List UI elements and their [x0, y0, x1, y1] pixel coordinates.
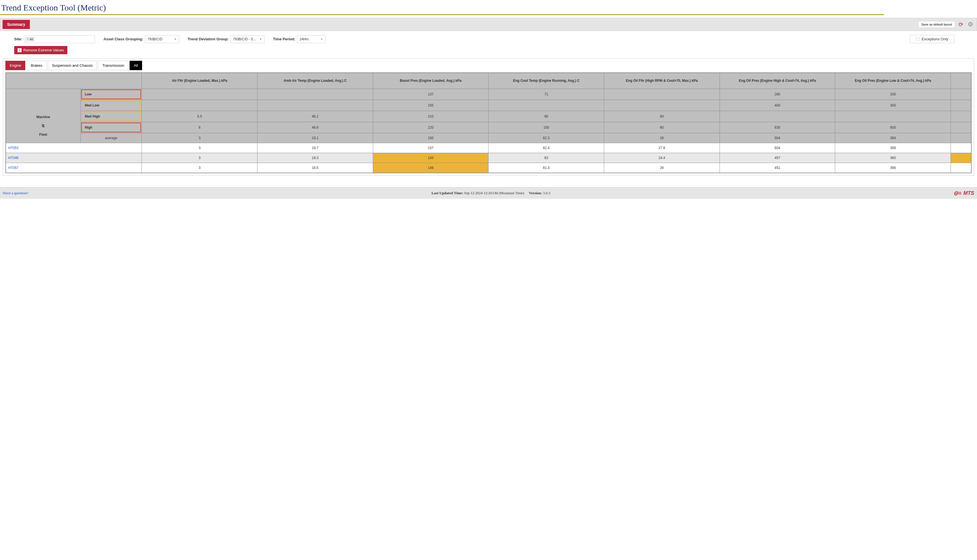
tab-suspension-and-chassis[interactable]: Suspension and Chassis: [48, 61, 97, 70]
cell-overflow: [951, 153, 971, 163]
refresh-button[interactable]: ⟳: [957, 20, 965, 28]
threshold-level: Low: [81, 89, 142, 100]
cell-overflow: [951, 89, 971, 100]
trend-dev-value: 793B/C/D - S…: [233, 37, 257, 41]
data-cell: 157: [373, 143, 489, 153]
asset-class-dropdown[interactable]: 793B/C/D▼: [145, 35, 179, 43]
data-cell: 143: [373, 153, 489, 163]
machine-cell: HT046: [6, 153, 142, 163]
exceptions-only-toggle[interactable]: Exceptions Only: [910, 35, 954, 43]
tab-transmission[interactable]: Transmission: [98, 61, 129, 70]
trend-dev-label: Trend Deviation Group:: [187, 37, 229, 41]
threshold-value: [604, 100, 720, 111]
data-cell: 82.4: [489, 143, 604, 153]
footer-center: Last Updated Time: Sep 12 2024 12:29AM (…: [431, 191, 550, 195]
threshold-value: 630: [720, 122, 835, 133]
data-cell: 3: [142, 153, 257, 163]
version-label: Version:: [529, 191, 542, 195]
tab-all[interactable]: All: [130, 61, 142, 70]
machine-header-cell: Machine⇅Fleet: [6, 89, 81, 143]
tab-brakes[interactable]: Brakes: [27, 61, 46, 70]
data-cell: 360: [835, 153, 951, 163]
machine-link[interactable]: HT053: [8, 146, 18, 150]
threshold-value: 280: [720, 89, 835, 100]
column-header[interactable]: Boost Pres (Engine Loaded, Avg.) kPa: [373, 73, 489, 89]
save-layout-button[interactable]: Save as default layout: [918, 21, 955, 28]
threshold-value: 71: [489, 89, 604, 100]
cell-overflow: [951, 163, 971, 173]
column-header[interactable]: Eng Oil Pres (Engine High & Cool>74, Avg…: [720, 73, 835, 89]
average-value: 504: [720, 133, 835, 143]
page-title: Trend Exception Tool (Metric): [0, 0, 977, 14]
summary-tab[interactable]: Summary: [3, 20, 30, 29]
checkbox-icon: [916, 37, 919, 41]
have-question-link[interactable]: Have a question?: [3, 191, 28, 195]
check-icon: ✓: [18, 48, 22, 52]
data-cell: 366: [835, 163, 951, 173]
average-value: 150: [373, 133, 489, 143]
tab-engine[interactable]: Engine: [5, 61, 25, 70]
settings-button[interactable]: ⚙: [967, 20, 974, 28]
main-panel: EngineBrakesSuspension and ChassisTransm…: [3, 58, 974, 176]
average-value: 19.1: [257, 133, 373, 143]
threshold-value: 100: [489, 122, 604, 133]
data-cell: 19.7: [257, 143, 373, 153]
site-label: Site:: [14, 37, 22, 41]
average-label: average: [81, 133, 142, 143]
version-value: 3.0.3: [543, 191, 550, 195]
trend-dev-dropdown[interactable]: 793B/C/D - S…▼: [230, 35, 265, 43]
footer: Have a question? Last Updated Time: Sep …: [0, 187, 977, 199]
threshold-value: 48.9: [257, 122, 373, 133]
brand: ⊝≡MTS: [954, 190, 974, 197]
corner-cell: [6, 73, 142, 89]
threshold-value: 300: [835, 100, 951, 111]
threshold-value: 220: [373, 122, 489, 133]
table-row: HT046319.31438324.4457360: [6, 153, 971, 163]
column-header[interactable]: Eng Cool Temp (Engine Running, Avg.) C: [489, 73, 604, 89]
average-value: 3: [142, 133, 257, 143]
machine-link[interactable]: HT057: [8, 166, 18, 170]
column-header[interactable]: Amb Air Temp (Engine Loaded, Avg.) C: [257, 73, 373, 89]
data-cell: 368: [835, 143, 951, 153]
data-cell: 451: [720, 163, 835, 173]
data-cell: 3: [142, 163, 257, 173]
table-row: HT053319.715782.427.6604368: [6, 143, 971, 153]
site-tag-all[interactable]: ✕All: [25, 37, 34, 42]
table-row: HT057318.514981.426451366: [6, 163, 971, 173]
column-header[interactable]: Eng Oil Pres (Engine Low & Cool>74, Avg.…: [835, 73, 951, 89]
threshold-value: 90: [489, 111, 604, 122]
column-header-overflow: [951, 73, 971, 89]
site-input[interactable]: ✕All: [24, 35, 95, 43]
threshold-value: 60: [604, 122, 720, 133]
machine-link[interactable]: HT046: [8, 156, 18, 160]
data-table: Air Fltr (Engine Loaded, Max.) kPaAmb Ai…: [6, 73, 971, 173]
machine-label: Machine: [8, 115, 79, 119]
machine-cell: HT053: [6, 143, 142, 153]
threshold-value: [835, 111, 951, 122]
chevron-down-icon: ▼: [174, 38, 177, 41]
column-header[interactable]: Eng Oil Fltr (High RPM & Cool>70, Max.) …: [604, 73, 720, 89]
remove-extreme-button[interactable]: ✓Remove Extreme Values: [14, 46, 67, 54]
data-cell: 81.4: [489, 163, 604, 173]
threshold-value: [142, 100, 257, 111]
time-period-dropdown[interactable]: 24Hrs▼: [297, 35, 326, 43]
filters-row: Site: ✕All Asset Class Grouping: 793B/C/…: [0, 31, 977, 45]
data-cell: 457: [720, 153, 835, 163]
threshold-value: 50: [604, 111, 720, 122]
brand-text: MTS: [964, 190, 974, 196]
exceptions-only-label: Exceptions Only: [922, 37, 948, 41]
data-cell: 149: [373, 163, 489, 173]
threshold-value: 5.5: [142, 111, 257, 122]
remove-tag-icon[interactable]: ✕: [27, 37, 29, 41]
column-header[interactable]: Air Fltr (Engine Loaded, Max.) kPa: [142, 73, 257, 89]
threshold-value: [489, 100, 604, 111]
threshold-value: 400: [720, 100, 835, 111]
time-period-label: Time Period:: [273, 37, 296, 41]
sort-icon[interactable]: ⇅: [8, 123, 79, 128]
fleet-label: Fleet: [8, 133, 79, 137]
chevron-down-icon: ▼: [320, 38, 323, 41]
data-cell: 27.6: [604, 143, 720, 153]
cell-overflow: [951, 143, 971, 153]
data-cell: 24.4: [604, 153, 720, 163]
threshold-value: 6: [142, 122, 257, 133]
